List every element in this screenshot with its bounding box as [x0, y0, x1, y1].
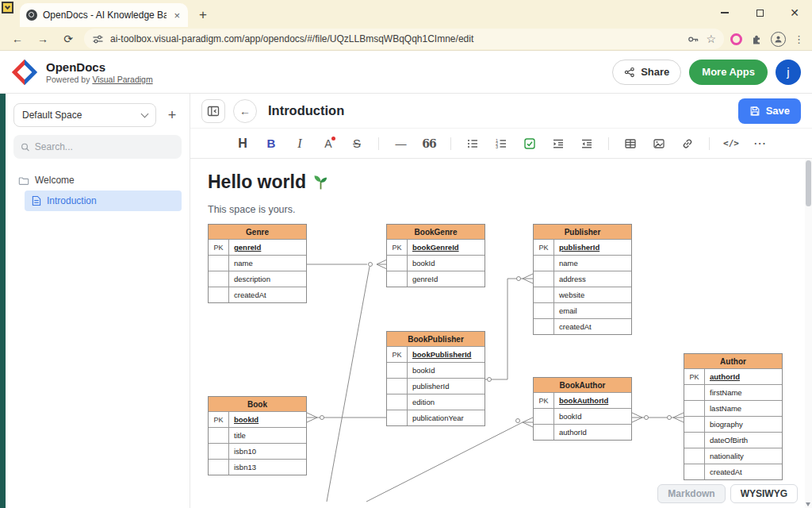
- minimize-button[interactable]: [707, 0, 742, 25]
- scroll-down-icon[interactable]: [806, 502, 810, 506]
- heading-button[interactable]: H: [232, 133, 254, 155]
- image-button[interactable]: [648, 133, 670, 155]
- pink-extension-icon[interactable]: [730, 33, 742, 45]
- new-tab-button[interactable]: +: [193, 5, 213, 25]
- vertical-scrollbar[interactable]: [805, 159, 812, 508]
- erd-pk-cell: [534, 287, 554, 302]
- erd-field-name: isbn10: [229, 444, 306, 459]
- heading-text: Hello world: [208, 171, 306, 193]
- browser-tab[interactable]: OpenDocs - AI Knowledge Base ×: [20, 3, 188, 27]
- code-button[interactable]: </>: [720, 133, 742, 155]
- bold-button[interactable]: B: [260, 133, 282, 155]
- space-selector[interactable]: Default Space: [13, 103, 156, 127]
- erd-pk-cell: [684, 433, 705, 448]
- sidebar-search[interactable]: [13, 135, 182, 159]
- window-controls: ✕: [707, 0, 812, 25]
- indent-increase-button[interactable]: [547, 133, 569, 155]
- erd-pk-cell: PK: [534, 393, 554, 408]
- tab-close-icon[interactable]: ×: [172, 10, 182, 21]
- add-space-button[interactable]: +: [163, 106, 182, 125]
- app-body: Default Space + Welcome Introduct: [0, 94, 812, 508]
- erd-field-name: authorId: [705, 369, 782, 384]
- erd-field-name: dateOfBirth: [705, 433, 782, 448]
- collapse-sidebar-button[interactable]: [201, 99, 225, 123]
- visual-paradigm-link[interactable]: Visual Paradigm: [92, 75, 152, 84]
- save-label: Save: [766, 105, 790, 117]
- italic-button[interactable]: I: [289, 133, 311, 155]
- share-button[interactable]: Share: [612, 60, 681, 85]
- erd-pk-cell: PK: [209, 412, 229, 427]
- blockquote-button[interactable]: 66: [418, 133, 440, 155]
- bookmark-star-icon[interactable]: ☆: [706, 33, 716, 44]
- search-input[interactable]: [35, 141, 174, 152]
- save-button[interactable]: Save: [738, 98, 801, 124]
- site-favicon-icon: [26, 10, 37, 21]
- erd-field-name: createdAt: [705, 464, 782, 479]
- markdown-mode-button[interactable]: Markdown: [657, 484, 725, 503]
- tree-item-introduction[interactable]: Introduction: [25, 190, 182, 211]
- share-icon: [624, 67, 635, 78]
- tab-search-button[interactable]: [2, 2, 13, 13]
- back-nav-button[interactable]: ←: [233, 99, 257, 123]
- erd-table-title: Publisher: [534, 225, 631, 239]
- er-diagram[interactable]: GenrePKgenreIdnamedescriptioncreatedAtBo…: [208, 222, 804, 508]
- maximize-button[interactable]: [742, 0, 777, 25]
- erd-field-name: name: [229, 256, 306, 271]
- user-avatar[interactable]: j: [776, 60, 801, 85]
- tree-item-label: Welcome: [35, 175, 75, 186]
- erd-field-name: createdAt: [229, 287, 306, 302]
- app-title: OpenDocs: [46, 60, 153, 74]
- search-icon: [21, 142, 30, 152]
- bullet-list-button[interactable]: [462, 133, 484, 155]
- browser-menu-icon[interactable]: ⋮: [794, 33, 804, 45]
- erd-field-name: authorId: [554, 425, 631, 440]
- folder-icon: [18, 175, 29, 186]
- erd-pk-cell: [684, 385, 705, 400]
- more-button[interactable]: ⋯: [749, 133, 771, 155]
- tree-item-welcome[interactable]: Welcome: [13, 170, 182, 190]
- more-apps-button[interactable]: More Apps: [689, 60, 768, 85]
- erd-field-name: email: [554, 303, 631, 318]
- back-button[interactable]: ←: [8, 29, 27, 48]
- seedling-emoji-icon: [312, 174, 329, 190]
- erd-field-name: isbn13: [229, 460, 306, 475]
- indent-decrease-button[interactable]: [576, 133, 598, 155]
- link-button[interactable]: [676, 133, 699, 155]
- erd-field-name: bookId: [229, 412, 306, 427]
- erd-pk-cell: PK: [387, 347, 408, 362]
- erd-pk-cell: [534, 409, 554, 424]
- ordered-list-button[interactable]: 123: [490, 133, 512, 155]
- app-header: OpenDocs Powered by Visual Paradigm Shar…: [0, 51, 812, 94]
- table-button[interactable]: [619, 133, 642, 155]
- horizontal-rule-button[interactable]: —: [389, 133, 412, 155]
- toolbar-divider: [709, 137, 710, 150]
- window-edge-strip: [0, 94, 6, 508]
- document-canvas[interactable]: Hello world This space is yours. GenrePK…: [190, 159, 812, 508]
- erd-field-row: createdAt: [209, 287, 306, 302]
- erd-field-row: PKbookGenreId: [387, 239, 485, 255]
- wysiwyg-mode-button[interactable]: WYSIWYG: [730, 484, 798, 503]
- collapse-panel-icon: [207, 105, 220, 117]
- document-topbar: ← Introduction Save: [190, 94, 812, 129]
- reload-button[interactable]: ⟳: [59, 29, 78, 48]
- font-color-button[interactable]: A: [317, 133, 339, 155]
- profile-icon[interactable]: [771, 32, 786, 47]
- extensions-puzzle-icon[interactable]: [750, 33, 763, 45]
- key-icon[interactable]: [688, 33, 699, 45]
- checklist-button[interactable]: [519, 133, 541, 155]
- strikethrough-button[interactable]: S: [346, 133, 368, 155]
- close-button[interactable]: ✕: [777, 0, 812, 25]
- erd-field-name: description: [229, 271, 306, 287]
- erd-table-title: Genre: [209, 225, 306, 239]
- erd-field-name: publicationYear: [408, 410, 485, 425]
- erd-pk-cell: [534, 256, 554, 271]
- scrollbar-thumb[interactable]: [806, 160, 811, 206]
- address-bar[interactable]: ai-toolbox.visual-paradigm.com/app/opend…: [84, 29, 724, 49]
- browser-chrome: OpenDocs - AI Knowledge Base × + ✕ ← → ⟳…: [0, 0, 812, 51]
- erd-table-book: BookPKbookIdtitleisbn10isbn13: [208, 396, 307, 475]
- svg-text:3: 3: [496, 144, 498, 149]
- forward-button[interactable]: →: [33, 29, 52, 48]
- erd-field-name: website: [554, 287, 631, 302]
- browser-actions: ⋮: [730, 32, 804, 47]
- erd-pk-cell: [534, 303, 554, 318]
